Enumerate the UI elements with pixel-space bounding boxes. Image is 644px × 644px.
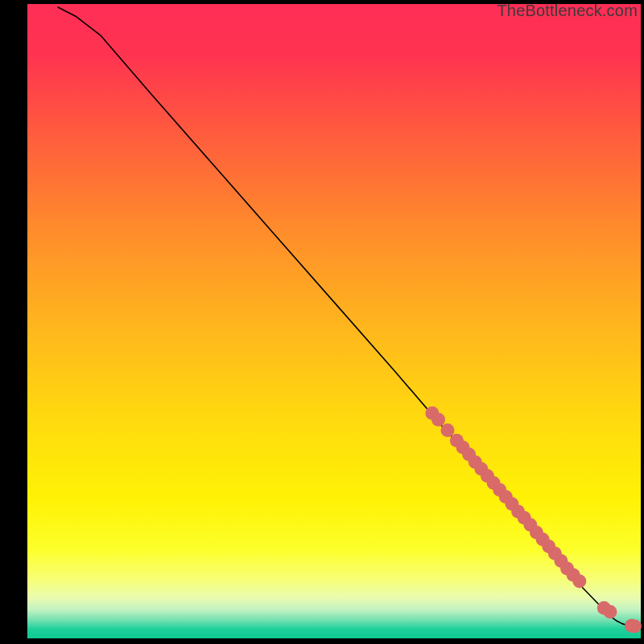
scatter-point bbox=[572, 575, 586, 588]
scatter-point bbox=[603, 605, 617, 618]
scatter-point bbox=[440, 423, 454, 437]
scatter-point bbox=[628, 620, 642, 634]
chart-svg bbox=[0, 0, 644, 644]
chart-container: TheBottleneck.com bbox=[0, 0, 644, 644]
scatter-point bbox=[431, 413, 445, 427]
